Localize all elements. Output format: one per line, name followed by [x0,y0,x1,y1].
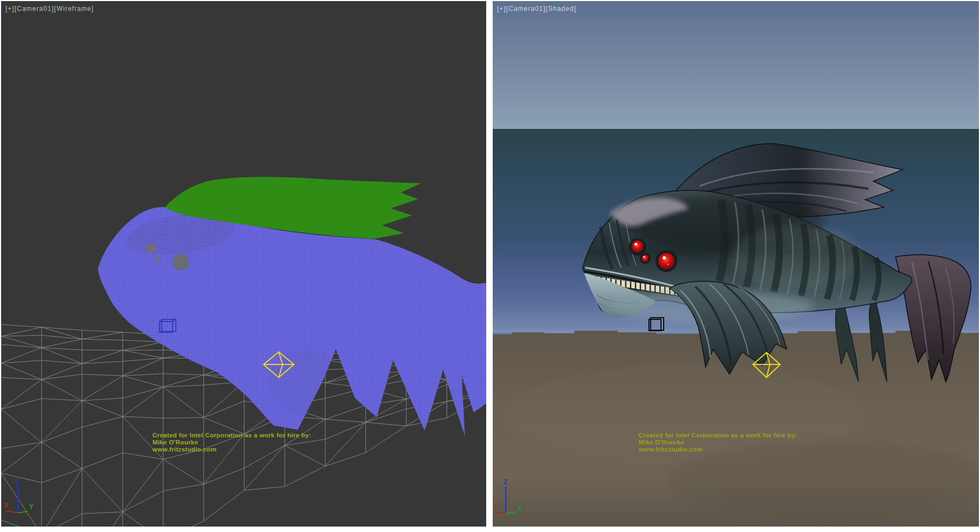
eye-sphere-wire-small [155,257,161,263]
viewport-wireframe[interactable]: Z X Y [+][Camera01][Wireframe] Created f… [1,1,486,527]
axis-y-label: Y [518,504,522,512]
axis-x-label: X [494,503,498,511]
fin-shading-dots [268,349,344,415]
watermark-line3: www.fritzstudio.com [639,446,798,453]
watermark: Created for Intel Corporation as a work … [639,432,798,453]
eye-sphere-wire [146,244,156,253]
sand-dark-streak [667,442,979,518]
watermark-line1: Created for Intel Corporation as a work … [152,432,311,439]
eye-sphere-dots [173,254,189,270]
sky [493,1,979,129]
red-eye-big [658,253,675,269]
watermark-line2: Mike O'Rourke [639,439,798,446]
axis-x-label: X [4,502,9,509]
watermark-line2: Mike O'Rourke [152,439,311,446]
watermark: Created for Intel Corporation as a work … [152,432,311,453]
red-eye-small [642,255,649,262]
axis-z-label: Z [504,478,507,486]
axis-z-label: Z [16,478,20,486]
viewport-label-shaded[interactable]: [+][Camera01][Shaded] [497,5,576,13]
watermark-line3: www.fritzstudio.com [152,446,311,453]
axis-y-label: Y [29,503,34,511]
watermark-line1: Created for Intel Corporation as a work … [639,432,798,439]
world-axis-tripod: Z X Y [4,478,34,513]
fish-wireframe-object[interactable] [98,207,486,436]
viewport-shaded[interactable]: Z X Y [+][Camera01][Shaded] Created for … [493,1,979,527]
viewport-label-wireframe[interactable]: [+][Camera01][Wireframe] [5,5,94,13]
app-window: { "viewports": { "left": { "label": "[+]… [0,0,980,532]
red-eye [632,240,644,252]
